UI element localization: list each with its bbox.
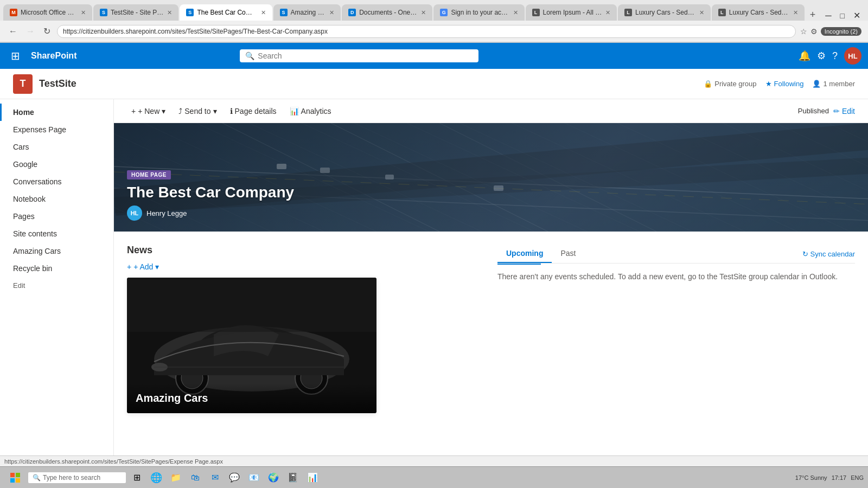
explorer-icon[interactable]: 📁 (167, 469, 184, 486)
start-button[interactable] (4, 469, 26, 486)
tab-label: Luxury Cars - Sedans... (635, 9, 696, 16)
news-title: News (127, 245, 484, 256)
page-details-button[interactable]: ℹ Page details (226, 105, 281, 118)
nav-item-recycle-bin[interactable]: Recycle bin (0, 260, 113, 277)
help-icon[interactable]: ? (832, 50, 838, 62)
search-box[interactable]: 🔍 (240, 49, 478, 62)
new-button[interactable]: + + New ▾ (127, 105, 170, 118)
tab-close-icon[interactable]: ✕ (81, 9, 86, 16)
hero-author: HL Henry Legge (127, 206, 294, 221)
tab-close-icon[interactable]: ✕ (261, 9, 266, 16)
user-avatar[interactable]: HL (844, 47, 861, 65)
nav-item-cars[interactable]: Cars (0, 138, 113, 156)
address-bar: ← → ↻ ☆ ⚙ Incognito (2) (0, 21, 868, 42)
news-card[interactable]: Amazing Cars (127, 278, 376, 413)
tab-close-icon[interactable]: ✕ (699, 9, 704, 16)
notifications-icon[interactable]: 🔔 (799, 50, 810, 62)
svg-rect-9 (277, 164, 286, 169)
taskbar-weather: 17°C Sunny (795, 474, 827, 481)
taskbar-lang: ENG (851, 474, 864, 481)
events-tab-past[interactable]: Past (552, 245, 584, 263)
events-tabs: Upcoming Past ↻ Sync calendar (497, 245, 855, 264)
site-meta: 🔒 Private group ★ Following 👤 1 member (704, 80, 855, 88)
tab-amazing-cars[interactable]: S Amazing Cars ✕ (273, 4, 341, 21)
tab-label: Microsoft Office Home (21, 9, 78, 16)
task-view-icon[interactable]: ⊞ (128, 469, 145, 486)
add-news-button[interactable]: + + Add ▾ (127, 262, 159, 271)
events-tab-upcoming[interactable]: Upcoming (497, 245, 552, 263)
windows-icon (10, 473, 20, 483)
address-input[interactable] (57, 25, 796, 38)
analytics-button[interactable]: 📊 Analytics (285, 105, 336, 118)
tab-close-icon[interactable]: ✕ (513, 9, 518, 16)
tab-microsoft-office[interactable]: M Microsoft Office Home ✕ (3, 4, 92, 21)
events-empty-message: There aren't any events scheduled. To ad… (497, 271, 855, 282)
nav-item-notebook[interactable]: Notebook (0, 190, 113, 208)
nav-item-expenses[interactable]: Expenses Page (0, 121, 113, 138)
nav-item-site-contents[interactable]: Site contents (0, 225, 113, 242)
edit-button[interactable]: ✏ Edit (833, 107, 855, 115)
tab-close-icon[interactable]: ✕ (605, 9, 610, 16)
settings-icon[interactable]: ⚙ (817, 50, 826, 62)
tab-close-icon[interactable]: ✕ (329, 9, 334, 16)
nav-item-edit[interactable]: Edit (0, 277, 113, 294)
info-icon: ℹ (230, 107, 233, 115)
taskbar-search-placeholder: Type here to search (43, 474, 100, 481)
tab-signin[interactable]: G Sign in to your accou... ✕ (433, 4, 524, 21)
send-to-button[interactable]: ⤴ Send to ▾ (174, 105, 221, 118)
taskbar-search[interactable]: 🔍 Type here to search (28, 472, 126, 483)
store-icon[interactable]: 🛍 (187, 469, 204, 486)
onenote-icon[interactable]: 📓 (284, 469, 302, 486)
people-icon: 👤 (812, 80, 821, 88)
tab-documents-onedrive[interactable]: D Documents - OneDrive ✕ (342, 4, 432, 21)
content-area: Home Expenses Page Cars Google Conversat… (0, 99, 868, 488)
sharepoint-logo[interactable]: SharePoint (31, 51, 76, 61)
sync-calendar-button[interactable]: ↻ Sync calendar (802, 245, 855, 263)
nav-item-home[interactable]: Home (0, 104, 113, 121)
search-input[interactable] (258, 52, 473, 60)
chrome-icon[interactable]: 🌍 (265, 469, 282, 486)
hero-badge: HOME PAGE (127, 170, 171, 179)
tab-testsite-pages[interactable]: S TestSite - Site Pages ✕ (93, 4, 178, 21)
refresh-button[interactable]: ↻ (41, 24, 53, 38)
hero-author-avatar: HL (127, 206, 142, 221)
nav-item-google[interactable]: Google (0, 156, 113, 173)
hero-section: HOME PAGE The Best Car Company HL Henry … (114, 123, 868, 232)
back-button[interactable]: ← (7, 24, 20, 38)
tab-luxury-cars-2[interactable]: L Luxury Cars - Sedans... ✕ (712, 4, 805, 21)
tab-close-icon[interactable]: ✕ (793, 9, 798, 16)
extension-icon[interactable]: ⚙ (810, 27, 818, 36)
nav-item-conversations[interactable]: Conversations (0, 173, 113, 190)
analytics-icon: 📊 (290, 107, 299, 115)
nav-item-pages[interactable]: Pages (0, 208, 113, 225)
new-icon: + (131, 107, 136, 115)
tab-close-icon[interactable]: ✕ (421, 9, 426, 16)
teams-icon[interactable]: 💬 (226, 469, 243, 486)
minimize-button[interactable]: ─ (825, 11, 831, 21)
restore-button[interactable]: □ (840, 11, 845, 20)
forward-button[interactable]: → (24, 24, 37, 38)
site-initial: T (20, 78, 26, 89)
tab-luxury-cars-1[interactable]: L Luxury Cars - Sedans... ✕ (618, 4, 711, 21)
site-logo: T (13, 74, 33, 94)
taskbar-right: 17°C Sunny 17:17 ENG (795, 474, 864, 481)
waffle-menu-icon[interactable]: ⊞ (7, 47, 24, 65)
following-button[interactable]: ★ Following (765, 80, 804, 88)
tab-favicon: L (532, 9, 540, 16)
nav-item-amazing-cars[interactable]: Amazing Cars (0, 242, 113, 260)
bookmark-icon[interactable]: ☆ (800, 27, 807, 36)
tab-lorem-ipsum[interactable]: L Lorem Ipsum - All the... ✕ (526, 4, 617, 21)
outlook-icon[interactable]: 📧 (245, 469, 263, 486)
site-name[interactable]: TestSite (39, 78, 76, 89)
new-tab-button[interactable]: + (806, 9, 820, 21)
members-count[interactable]: 👤 1 member (812, 80, 855, 88)
edge-icon[interactable]: 🌐 (148, 469, 165, 486)
hero-content: HOME PAGE The Best Car Company HL Henry … (127, 170, 294, 221)
tab-best-car-company[interactable]: S The Best Car Company ✕ (180, 4, 272, 21)
tab-close-icon[interactable]: ✕ (167, 9, 172, 16)
excel-icon[interactable]: 📊 (304, 469, 321, 486)
lock-icon: 🔒 (704, 80, 712, 88)
mail-icon[interactable]: ✉ (206, 469, 224, 486)
star-icon: ★ (765, 80, 772, 88)
close-button[interactable]: ✕ (853, 10, 860, 21)
